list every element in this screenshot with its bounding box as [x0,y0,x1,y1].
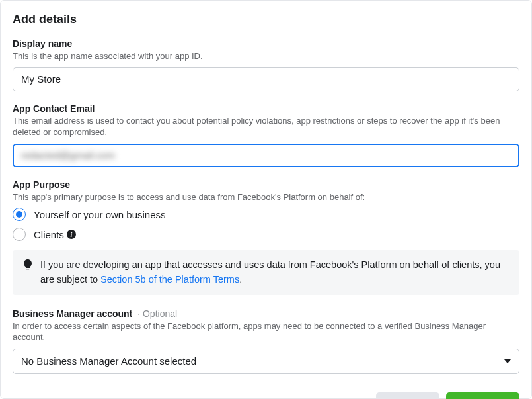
page-title: Add details [13,13,519,26]
contact-email-input[interactable]: redacted@gmail.com [13,144,519,167]
radio-clients[interactable] [13,228,26,241]
radio-self[interactable] [13,208,26,221]
bm-label: Business Manager account [13,308,132,319]
radio-clients-label: Clients i [34,229,76,240]
display-name-group: Display name This is the app name associ… [13,38,519,91]
business-manager-group: Business Manager account · Optional In o… [13,308,519,374]
contact-email-group: App Contact Email This email address is … [13,103,519,167]
app-purpose-label: App Purpose [13,179,519,190]
app-purpose-desc: This app's primary purpose is to access … [13,191,519,203]
footer-buttons: Previous Create App [376,392,519,399]
contact-email-desc: This email address is used to contact yo… [13,115,519,138]
create-app-button[interactable]: Create App [446,392,519,399]
bm-optional: · Optional [137,308,177,319]
purpose-option-clients[interactable]: Clients i [13,228,519,241]
purpose-option-self[interactable]: Yourself or your own business [13,208,519,221]
chevron-down-icon [504,359,511,363]
lightbulb-icon [23,259,32,272]
svg-rect-0 [26,269,30,269]
clients-notice-text: If you are developing an app that access… [40,258,509,287]
app-purpose-group: App Purpose This app's primary purpose i… [13,179,519,295]
bm-desc: In order to access certain aspects of th… [13,320,519,343]
display-name-desc: This is the app name associated with you… [13,50,519,62]
platform-terms-section-link[interactable]: Section 5b of the Platform Terms [100,274,239,285]
add-details-panel: Add details Display name This is the app… [0,0,532,399]
footer: By proceeding, you agree to the Facebook… [13,392,519,399]
contact-email-label: App Contact Email [13,103,519,114]
info-icon[interactable]: i [67,230,76,239]
bm-label-row: Business Manager account · Optional [13,308,519,319]
bm-select[interactable]: No Business Manager Account selected [13,349,519,374]
previous-button[interactable]: Previous [376,392,439,399]
display-name-label: Display name [13,38,519,49]
contact-email-value: redacted@gmail.com [21,150,115,161]
bm-selected-value: No Business Manager Account selected [21,355,196,367]
display-name-input[interactable] [13,67,519,91]
radio-self-label: Yourself or your own business [34,209,166,220]
clients-notice: If you are developing an app that access… [13,250,519,295]
